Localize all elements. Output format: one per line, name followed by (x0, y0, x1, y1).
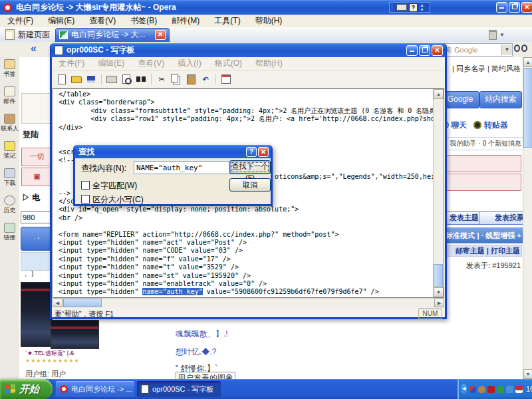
post-poll-button[interactable]: 发表投票 (479, 211, 527, 225)
menu-item[interactable]: 编辑(E) (91, 58, 131, 69)
wordpad-hscrollbar[interactable]: ◀ ▶ (53, 298, 444, 308)
tray-icon-network[interactable] (506, 386, 513, 393)
start-button[interactable]: 开始 (0, 379, 53, 399)
sidebar-item-links[interactable]: 链接 (0, 223, 19, 248)
scroll-down-icon[interactable]: ▼ (434, 287, 444, 297)
cancel-button[interactable]: 取消 (229, 178, 271, 192)
menu-item[interactable]: 工具(T) (207, 15, 247, 27)
cut-icon[interactable]: ✂ (156, 74, 168, 84)
sidebar-item-notes[interactable]: 笔记 (0, 141, 19, 166)
tray-icon-pet[interactable] (478, 386, 485, 393)
menu-item[interactable]: 文件(F) (52, 58, 91, 69)
scroll-right-icon[interactable]: ▶ (434, 299, 444, 307)
tray-collapse-icon[interactable]: ◄ (461, 384, 467, 394)
save-icon[interactable] (85, 74, 97, 84)
page-number-input[interactable] (21, 211, 54, 223)
menu-item[interactable]: 查看(V) (82, 15, 123, 27)
find-dialog-titlebar[interactable]: 查找 ? ✕ (74, 145, 271, 158)
forum-row-1[interactable] (441, 155, 521, 172)
taskbar-item-opera[interactable]: 电白同乡论坛 -> ... (56, 381, 134, 397)
menu-item[interactable]: 查看(V) (131, 58, 171, 69)
checkbox-icon[interactable] (81, 181, 90, 190)
signature-line-1[interactable]: 魂飘魄散、】.! (176, 329, 228, 340)
post-topic-button[interactable]: 发表主题 (441, 211, 482, 225)
minimize-button[interactable] (406, 45, 418, 56)
opera-titlebar[interactable]: 电白同乡论坛 -> 大懒sir专用灌水帖~ - Opera (0, 0, 532, 15)
wordpad-vscrollbar[interactable]: ▲ ▼ (433, 89, 444, 297)
assistant-bar[interactable]: 我的助手 · 0 个新短消息 (441, 137, 523, 150)
sidebar-item-mail[interactable]: 邮件 (0, 86, 19, 112)
paste-icon[interactable] (185, 74, 197, 84)
search-dropdown-icon[interactable]: ▼ (501, 45, 512, 55)
tray-icon-ball[interactable] (469, 386, 476, 393)
sidebar-item-contacts[interactable]: 联系人 (0, 114, 19, 139)
scroll-thumb[interactable] (434, 264, 443, 287)
close-button[interactable]: ✕ (432, 45, 443, 56)
titlebar-mini-toolbar[interactable]: ? ▲▼ (389, 2, 430, 13)
minimize-button[interactable] (496, 2, 507, 13)
dialog-close-icon[interactable]: ✕ (258, 147, 269, 157)
keyboard-icon[interactable] (396, 4, 407, 11)
match-case-checkbox[interactable]: 区分大小写(C) (81, 194, 144, 205)
back-button[interactable]: « (31, 43, 47, 55)
restore-button[interactable] (509, 2, 520, 13)
mode-bar[interactable]: [ 标准模式 ] · 线型增强 + (441, 227, 523, 243)
tray-icon-phone[interactable] (515, 386, 523, 393)
page-top-links[interactable]: | 同乡名录 | 简约风格 (441, 64, 521, 74)
forum-section-label[interactable]: ▷ 电 (22, 192, 40, 203)
scroll-up-icon[interactable]: ▲ (523, 57, 532, 67)
menu-item[interactable]: 帮助(H) (248, 15, 290, 27)
menu-item[interactable]: 插入(I) (171, 58, 207, 69)
checkbox-icon[interactable] (81, 195, 90, 203)
maximize-button[interactable] (419, 45, 430, 56)
mail-print-bar[interactable]: 邮寄主题 | 打印主题 (441, 245, 522, 257)
menu-item[interactable]: 书签(B) (123, 15, 164, 27)
sidebar-item-history[interactable]: 历史 (0, 196, 19, 221)
scroll-thumb[interactable] (523, 68, 532, 148)
open-icon[interactable] (70, 74, 82, 84)
trash-button[interactable]: ▼ (489, 29, 515, 41)
signature-line-2[interactable]: 想叶忆.◆.? (176, 346, 216, 358)
page-scrollbar[interactable]: ▲ ▼ (523, 57, 532, 379)
undo-icon[interactable]: ↶ (200, 74, 211, 84)
chevron-updown-icon[interactable]: ▲▼ (420, 3, 424, 12)
scroll-down-icon[interactable]: ▼ (523, 369, 532, 379)
zoom-glasses-icon[interactable] (514, 43, 530, 53)
find-what-input[interactable] (134, 161, 232, 174)
tab-close-icon[interactable]: ✕ (155, 30, 166, 40)
forum-row-2[interactable] (441, 174, 521, 191)
close-button[interactable]: ✕ (521, 2, 532, 13)
sidebar-item-bookmarks[interactable]: 书签 (0, 59, 19, 84)
menu-item[interactable]: 格式(O) (208, 58, 249, 69)
notice-box-2[interactable]: ▣ (21, 168, 53, 186)
copy-icon[interactable] (170, 74, 182, 84)
find-next-button[interactable]: 查找下一个(F) (229, 160, 271, 174)
menu-item[interactable]: 邮件(M) (164, 15, 207, 27)
tray-icon-messenger[interactable] (497, 386, 504, 393)
menu-item[interactable]: 文件(F) (0, 15, 41, 27)
help-icon[interactable]: ? (409, 3, 418, 12)
site-search-button[interactable]: 站内搜索 (479, 91, 522, 108)
tray-icon-ati[interactable] (487, 386, 495, 393)
new-document-icon[interactable] (56, 74, 68, 84)
go-button[interactable]: · › (21, 227, 53, 251)
find-icon[interactable] (135, 74, 147, 84)
sidebar-item-downloads[interactable]: 下载 (0, 168, 19, 194)
scroll-up-icon[interactable]: ▲ (434, 89, 444, 99)
menu-item[interactable]: 编辑(E) (41, 15, 82, 27)
scroll-left-icon[interactable]: ◀ (53, 299, 63, 307)
paster-link[interactable]: 转贴器 (473, 120, 507, 131)
scroll-thumb[interactable] (63, 299, 102, 307)
tab-forum[interactable]: 电白同乡论坛 -> 大... ✕ (55, 28, 170, 43)
dialog-help-icon[interactable]: ? (246, 147, 257, 157)
taskbar-item-wordpad[interactable]: opr000SC - 写字板 (137, 381, 221, 397)
menu-item[interactable]: 帮助(H) (249, 58, 289, 69)
notice-box[interactable]: 一切 (21, 148, 53, 166)
print-icon[interactable] (106, 74, 118, 84)
wordpad-titlebar[interactable]: opr000SC - 写字板 ✕ (51, 43, 446, 57)
print-preview-icon[interactable] (120, 74, 132, 84)
match-whole-word-checkbox[interactable]: 全字匹配(W) (81, 180, 137, 192)
datetime-icon[interactable] (220, 74, 232, 84)
grip-handle-icon[interactable] (392, 4, 394, 11)
new-page-button[interactable]: 新建页面 (0, 27, 55, 42)
